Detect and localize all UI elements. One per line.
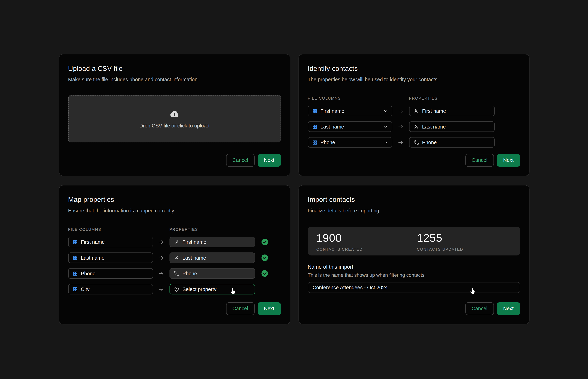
property-value: First name — [422, 108, 446, 114]
arrow-right-icon — [158, 254, 164, 261]
chevron-down-icon — [383, 140, 388, 145]
columns-header: FILE COLUMNS PROPERTIES — [308, 96, 520, 100]
page-title: Map properties — [68, 195, 281, 204]
stat-value: 1255 — [417, 232, 517, 244]
grid-icon — [72, 271, 77, 276]
cancel-button[interactable]: Cancel — [465, 154, 494, 167]
property-value: Last name — [422, 124, 446, 129]
csv-dropzone[interactable]: Drop CSV file or click to upload — [68, 95, 281, 142]
cards-grid: Upload a CSV file Make sure the file inc… — [0, 54, 588, 324]
stat-label: CONTACTS CREATED — [316, 247, 417, 251]
next-button[interactable]: Next — [257, 154, 281, 167]
file-column-dropdown[interactable]: First name — [308, 106, 392, 116]
mapping-row: City Select property — [68, 284, 281, 295]
file-column-field[interactable]: Last name — [68, 253, 153, 263]
stat-contacts-created: 1900 CONTACTS CREATED — [316, 232, 417, 255]
mapping-row: First name First name — [68, 237, 281, 247]
file-column-value: First name — [81, 239, 105, 245]
arrow-right-icon — [397, 108, 403, 114]
properties-label: PROPERTIES — [409, 96, 438, 100]
property-field[interactable]: Last name — [169, 253, 255, 263]
property-field[interactable]: Last name — [409, 122, 494, 132]
file-column-value: First name — [320, 108, 344, 114]
next-button[interactable]: Next — [497, 302, 520, 315]
card-subtitle: Ensure that the information is mapped co… — [68, 207, 281, 214]
next-button[interactable]: Next — [497, 154, 520, 167]
card-subtitle: The properties below will be used to ide… — [308, 77, 520, 83]
property-field[interactable]: First name — [409, 106, 494, 116]
mapping-row: Phone Phone — [68, 268, 281, 279]
file-columns-label: FILE COLUMNS — [308, 96, 409, 100]
card-footer: Cancel Next — [308, 154, 520, 167]
mapping-row: Phone Phone — [308, 137, 520, 148]
import-name-input[interactable] — [308, 282, 520, 293]
grid-icon — [312, 109, 317, 113]
page-title: Import contacts — [308, 195, 520, 204]
property-field[interactable]: Phone — [409, 137, 494, 148]
properties-label: PROPERTIES — [169, 227, 198, 232]
cancel-button[interactable]: Cancel — [465, 302, 494, 315]
file-column-field[interactable]: Phone — [68, 268, 153, 279]
card-subtitle: Make sure the file includes phone and co… — [68, 77, 281, 83]
columns-header: FILE COLUMNS PROPERTIES — [68, 227, 281, 232]
select-property-dropdown[interactable]: Select property — [169, 284, 255, 295]
grid-icon — [312, 140, 317, 145]
file-column-dropdown[interactable]: Last name — [308, 122, 392, 132]
page: Upload a CSV file Make sure the file inc… — [0, 0, 588, 379]
user-icon — [174, 239, 179, 245]
arrow-right-icon — [158, 270, 164, 277]
identify-contacts-card: Identify contacts The properties below w… — [298, 54, 529, 176]
property-value: Phone — [422, 140, 437, 145]
check-circle-icon — [261, 238, 269, 246]
card-footer: Cancel Next — [308, 302, 520, 315]
file-column-dropdown[interactable]: Phone — [308, 137, 392, 148]
arrow-right-icon — [397, 139, 403, 145]
file-column-value: Last name — [81, 255, 104, 261]
property-value: First name — [183, 239, 206, 245]
cancel-button[interactable]: Cancel — [226, 302, 255, 315]
property-value: Last name — [183, 255, 206, 261]
property-field[interactable]: First name — [169, 237, 255, 247]
upload-csv-card: Upload a CSV file Make sure the file inc… — [59, 54, 290, 176]
mapping-row: First name First name — [308, 106, 520, 116]
map-pin-icon — [174, 287, 179, 292]
check-circle-icon — [261, 254, 269, 262]
file-column-field[interactable]: City — [68, 284, 153, 295]
phone-icon — [413, 140, 419, 145]
next-button[interactable]: Next — [257, 302, 281, 315]
cancel-button[interactable]: Cancel — [226, 154, 255, 167]
arrow-right-icon — [397, 123, 403, 130]
arrow-right-icon — [158, 239, 164, 245]
dropzone-label: Drop CSV file or click to upload — [139, 123, 209, 128]
check-circle-icon — [261, 270, 269, 277]
card-footer: Cancel Next — [68, 302, 281, 315]
grid-icon — [72, 239, 77, 244]
property-value: Phone — [183, 270, 197, 276]
mapping-row: Last name Last name — [68, 253, 281, 263]
card-subtitle: Finalize details before importing — [308, 207, 520, 214]
user-icon — [174, 255, 179, 260]
import-name-description: This is the name that shows up when filt… — [308, 272, 520, 278]
grid-icon — [312, 124, 317, 129]
chevron-down-icon — [383, 124, 388, 129]
file-column-value: Phone — [81, 270, 96, 276]
file-column-value: Phone — [320, 140, 335, 145]
cloud-upload-icon — [169, 109, 179, 119]
mapping-rows: First name First name Last name — [308, 106, 520, 148]
phone-icon — [174, 271, 179, 276]
map-properties-card: Map properties Ensure that the informati… — [59, 185, 290, 325]
file-column-field[interactable]: First name — [68, 237, 153, 247]
page-title: Upload a CSV file — [68, 64, 281, 73]
property-field[interactable]: Phone — [169, 268, 255, 279]
arrow-right-icon — [158, 286, 164, 292]
import-stats-panel: 1900 CONTACTS CREATED 1255 CONTACTS UPDA… — [308, 227, 520, 256]
mapping-rows: First name First name Last name — [68, 237, 281, 294]
file-columns-label: FILE COLUMNS — [68, 227, 169, 232]
import-contacts-card: Import contacts Finalize details before … — [298, 185, 529, 325]
page-title: Identify contacts — [308, 64, 520, 73]
chevron-down-icon — [383, 109, 388, 113]
grid-icon — [72, 255, 77, 260]
import-name-label: Name of this import — [308, 264, 520, 270]
file-column-value: City — [81, 286, 89, 292]
mapping-row: Last name Last name — [308, 122, 520, 132]
